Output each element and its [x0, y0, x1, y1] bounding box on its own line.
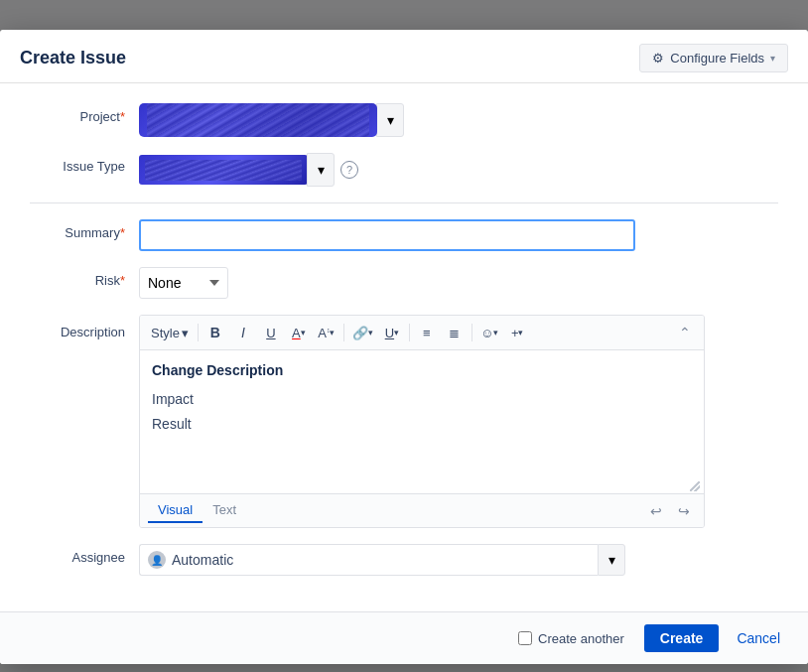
underline-u-button[interactable]: U ▾ — [379, 320, 405, 345]
description-row: Description Style ▾ B — [30, 315, 778, 528]
italic-button[interactable]: I — [230, 320, 256, 345]
project-dropdown-button[interactable]: ▾ — [376, 103, 404, 137]
font-size-icon: A↕ — [318, 326, 330, 340]
dropdown-arrow-icon: ▾ — [387, 112, 394, 128]
risk-field: None Low Medium High — [139, 267, 778, 299]
project-row: Project* ▾ — [30, 103, 778, 137]
issue-type-label: Issue Type — [30, 153, 139, 174]
link-button[interactable]: 🔗 ▾ — [348, 320, 377, 345]
create-another-wrapper: Create another — [518, 631, 624, 646]
required-star-4: * — [120, 273, 125, 288]
blurred-fill — [147, 103, 369, 137]
font-color-icon: A — [292, 326, 301, 340]
modal-footer: Create another Create Cancel — [0, 611, 808, 664]
emoji-button[interactable]: ☺ ▾ — [476, 320, 502, 345]
impact-line: Impact — [152, 389, 692, 410]
editor-toolbar: Style ▾ B I U — [140, 316, 704, 350]
configure-fields-label: Configure Fields — [670, 51, 764, 66]
resize-handle[interactable] — [690, 481, 700, 491]
summary-label: Summary* — [30, 219, 139, 240]
assignee-select-wrapper: 👤 Automatic ▾ — [139, 544, 625, 576]
project-select-blurred[interactable] — [139, 103, 377, 137]
expand-button[interactable]: ⌃ — [672, 320, 698, 345]
font-color-button[interactable]: A ▾ — [286, 320, 312, 345]
emoji-chevron: ▾ — [493, 328, 498, 337]
underline-icon: U — [266, 326, 275, 340]
assignee-arrow-icon: ▾ — [608, 552, 615, 568]
configure-fields-button[interactable]: ⚙ Configure Fields ▾ — [639, 44, 788, 72]
issue-type-blurred[interactable] — [139, 155, 308, 185]
result-line: Result — [152, 414, 692, 435]
create-issue-modal: Create Issue ⚙ Configure Fields ▾ Projec… — [0, 30, 808, 664]
insert-icon: + — [511, 326, 519, 340]
risk-row: Risk* None Low Medium High — [30, 267, 778, 299]
assignee-value: Automatic — [172, 552, 233, 568]
insert-chevron: ▾ — [518, 328, 523, 337]
tab-visual[interactable]: Visual — [148, 498, 202, 523]
risk-select[interactable]: None Low Medium High — [139, 267, 228, 299]
cancel-button[interactable]: Cancel — [729, 624, 788, 652]
risk-label: Risk* — [30, 267, 139, 288]
underline-button[interactable]: U — [258, 320, 284, 345]
modal-body: Project* ▾ Issue Type — [0, 83, 808, 611]
toolbar-separator-2 — [343, 324, 344, 341]
create-button[interactable]: Create — [644, 624, 720, 652]
font-color-chevron: ▾ — [301, 328, 306, 337]
divider — [30, 202, 778, 203]
project-field: ▾ — [139, 103, 778, 137]
font-size-chevron: ▾ — [330, 328, 335, 337]
number-list-icon: ≣ — [449, 326, 460, 340]
underline-u-icon: U — [385, 326, 394, 340]
toolbar-separator-1 — [198, 324, 199, 341]
issue-type-row: Issue Type ▾ ? — [30, 153, 778, 187]
chevron-down-icon: ▾ — [770, 53, 775, 64]
undo-button[interactable]: ↩ — [644, 499, 668, 523]
required-star: * — [120, 109, 125, 124]
insert-button[interactable]: + ▾ — [504, 320, 530, 345]
issue-type-dropdown-button[interactable]: ▾ — [307, 153, 335, 187]
bullet-list-button[interactable]: ≡ — [414, 320, 440, 345]
font-size-button[interactable]: A↕ ▾ — [314, 320, 339, 345]
help-icon[interactable]: ? — [340, 161, 358, 179]
link-chevron: ▾ — [368, 328, 373, 337]
toolbar-separator-4 — [471, 324, 472, 341]
modal-title: Create Issue — [20, 48, 126, 68]
change-description-text: Change Description — [152, 360, 692, 381]
expand-icon: ⌃ — [679, 325, 691, 340]
assignee-row: Assignee 👤 Automatic ▾ — [30, 544, 778, 576]
number-list-button[interactable]: ≣ — [442, 320, 468, 345]
toolbar-separator-3 — [409, 324, 410, 341]
create-another-label[interactable]: Create another — [538, 631, 624, 646]
assignee-label: Assignee — [30, 544, 139, 565]
link-icon: 🔗 — [352, 326, 368, 340]
user-avatar-icon: 👤 — [148, 551, 166, 569]
description-field: Style ▾ B I U — [139, 315, 778, 528]
bold-button[interactable]: B — [202, 320, 228, 345]
editor-tab-buttons: Visual Text — [148, 498, 246, 523]
summary-input[interactable] — [139, 219, 635, 251]
redo-button[interactable]: ↪ — [672, 499, 696, 523]
blurred-fill-sm — [145, 160, 302, 181]
issue-type-select-wrapper: ▾ ? — [139, 153, 778, 187]
project-select-wrapper: ▾ — [139, 103, 778, 137]
summary-row: Summary* — [30, 219, 778, 251]
issue-type-arrow-icon: ▾ — [318, 162, 325, 178]
emoji-icon: ☺ — [480, 326, 493, 340]
assignee-dropdown-button[interactable]: ▾ — [598, 544, 625, 576]
issue-type-field: ▾ ? — [139, 153, 778, 187]
issue-type-inner: ▾ — [139, 153, 335, 187]
editor-content[interactable]: Change Description Impact Result — [140, 350, 704, 479]
required-star-3: * — [120, 225, 125, 240]
modal-header: Create Issue ⚙ Configure Fields ▾ — [0, 30, 808, 83]
project-label: Project* — [30, 103, 139, 124]
italic-icon: I — [241, 325, 245, 340]
description-label: Description — [30, 315, 139, 339]
assignee-display[interactable]: 👤 Automatic — [139, 544, 598, 576]
bullet-list-icon: ≡ — [423, 326, 431, 340]
description-editor: Style ▾ B I U — [139, 315, 705, 528]
create-another-checkbox[interactable] — [518, 631, 532, 645]
assignee-field-wrapper: 👤 Automatic ▾ — [139, 544, 778, 576]
tab-text[interactable]: Text — [202, 498, 246, 523]
style-chevron-icon: ▾ — [182, 326, 189, 340]
style-button[interactable]: Style ▾ — [146, 323, 194, 343]
